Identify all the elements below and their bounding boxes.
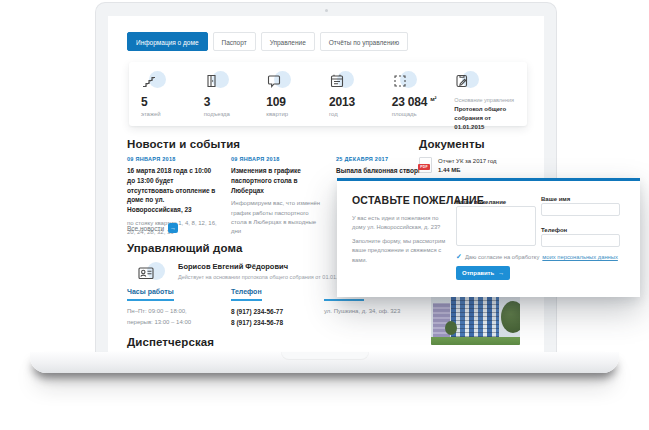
- laptop-mockup: Информация о доме Паспорт Управление Отч…: [0, 0, 649, 430]
- all-news-label: Все новости: [127, 225, 164, 232]
- working-hours-text: Пн–Пт: 09:00 – 18:00, перерыв: 13:00 – 1…: [127, 306, 191, 328]
- submit-button[interactable]: Отправить →: [456, 266, 510, 280]
- tab-address-underline[interactable]: [324, 299, 364, 301]
- stat-value: 109: [266, 95, 329, 109]
- all-news-link[interactable]: Все новости →: [127, 223, 178, 233]
- phone-field-label: Телефон: [541, 227, 567, 233]
- building-photo: [431, 293, 520, 345]
- pdf-file-icon: PDF: [419, 157, 432, 173]
- tab-house-info[interactable]: Информация о доме: [127, 32, 208, 51]
- tab-management[interactable]: Управление: [261, 32, 315, 51]
- stat-year: 2013 год: [329, 71, 392, 126]
- photo-tree: [445, 321, 457, 335]
- phone-numbers: 8 (917) 234-56-77 8 (917) 234-56-78: [231, 306, 283, 328]
- section-tabs: Информация о доме Паспорт Управление Отч…: [127, 32, 408, 51]
- phone-number[interactable]: 8 (917) 234-56-77: [231, 306, 283, 317]
- stat-label: год: [329, 111, 392, 117]
- phone-number[interactable]: 8 (917) 234-56-78: [231, 317, 283, 328]
- stat-value: 5: [141, 95, 204, 109]
- photo-tree: [501, 301, 520, 333]
- stat-value: 23 084 м²: [392, 95, 455, 109]
- stat-area: 23 084 м² площадь: [392, 71, 455, 126]
- stat-value: 2013: [329, 95, 392, 109]
- modal-paragraph: У вас есть идеи и пожелания по дому ул. …: [352, 214, 450, 233]
- checkbox-check-icon[interactable]: ✓: [456, 253, 462, 261]
- arrow-right-icon[interactable]: →: [168, 223, 178, 233]
- document-item[interactable]: PDF Отчет УК за 2017 год 1.44 МБ: [419, 157, 497, 173]
- tab-reports[interactable]: Отчёты по управлению: [320, 32, 408, 51]
- document-size: 1.44 МБ: [438, 167, 497, 173]
- webcam-icon: [325, 9, 328, 12]
- dispatcher-heading: Диспетчерская: [127, 336, 214, 348]
- tab-phone[interactable]: Телефон: [231, 288, 262, 301]
- stat-unit: м²: [430, 96, 436, 102]
- consent-row: ✓ Даю согласие на обработку моих персона…: [456, 253, 618, 261]
- address-text: ул. Пушкина, д. 34, оф. 323: [324, 308, 400, 314]
- laptop-base: [30, 352, 619, 373]
- basis-value: Протокол общего собрания от 01.01.2015: [454, 105, 516, 132]
- photo-building-floors: [451, 296, 499, 337]
- name-input[interactable]: [541, 203, 620, 216]
- news-item[interactable]: 09 ЯНВАРЯ 2018 Изменения в графике паспо…: [231, 156, 324, 236]
- stat-label: подъезда: [204, 111, 267, 117]
- consent-text: Даю согласие на обработку: [465, 254, 539, 260]
- news-date: 09 ЯНВАРЯ 2018: [231, 156, 324, 162]
- manager-note: Действует на основании протокола общего …: [178, 274, 350, 280]
- basis-label: Основание управления: [454, 97, 517, 103]
- documents-heading: Документы: [419, 138, 485, 150]
- stat-label: площадь: [392, 111, 455, 117]
- pdf-badge: PDF: [418, 164, 430, 170]
- phone-input[interactable]: [541, 234, 620, 247]
- news-title: Изменения в графике паспортного стола в …: [231, 166, 324, 195]
- stat-label: квартир: [266, 111, 329, 117]
- submit-label: Отправить: [462, 270, 494, 276]
- wish-textarea[interactable]: [456, 206, 536, 246]
- stat-value: 3: [204, 95, 267, 109]
- photo-grass: [431, 337, 520, 345]
- news-title: Выпала балконная створка: [336, 166, 429, 176]
- stat-apartments: 109 квартир: [266, 71, 329, 126]
- manager-heading: Управляющий дома: [127, 242, 242, 254]
- wish-field-label: Ваше пожелание: [456, 199, 506, 205]
- name-field-label: Ваше имя: [541, 196, 570, 202]
- manager-card: Борисов Евгений Фёдорович Действует на о…: [137, 262, 350, 284]
- news-item[interactable]: 25 ДЕКАБРЯ 2017 Выпала балконная створка: [336, 156, 429, 180]
- tab-passport[interactable]: Паспорт: [213, 32, 256, 51]
- document-title: Отчет УК за 2017 год: [438, 157, 497, 165]
- news-date: 09 ЯНВАРЯ 2018: [127, 156, 220, 162]
- manager-name: Борисов Евгений Фёдорович: [178, 262, 350, 271]
- stat-floors: 5 этажей: [141, 71, 204, 126]
- news-title: 16 марта 2018 года с 10:00 до 13:00 буде…: [127, 166, 220, 215]
- laptop-screen: Информация о доме Паспорт Управление Отч…: [95, 2, 557, 352]
- stat-label: этажей: [141, 111, 204, 117]
- news-date: 25 ДЕКАБРЯ 2017: [336, 156, 429, 162]
- laptop-latch-notch: [281, 352, 369, 360]
- stat-management-basis: Основание управления Протокол общего соб…: [454, 71, 517, 126]
- arrow-right-icon: →: [498, 270, 504, 276]
- personal-data-link[interactable]: моих персональных данных: [542, 254, 618, 260]
- house-stats-card: 5 этажей 3 подъезда 109 квартир: [129, 62, 527, 126]
- news-heading: Новости и события: [127, 138, 240, 150]
- tab-working-hours[interactable]: Часы работы: [127, 288, 174, 301]
- wish-modal: ОСТАВЬТЕ ПОЖЕЛАНИЕ У вас есть идеи и пож…: [337, 178, 640, 297]
- modal-paragraph: Заполните форму, мы рассмотрим ваше пред…: [352, 237, 450, 265]
- news-text: Информируем вас, что изменён график рабо…: [231, 199, 324, 236]
- stat-entrances: 3 подъезда: [204, 71, 267, 126]
